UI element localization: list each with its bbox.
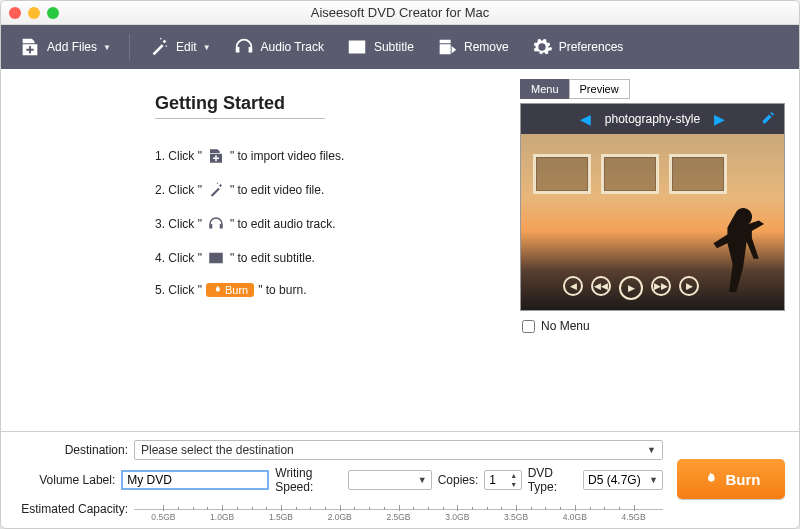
volume-label-label: Volume Label: — [15, 473, 115, 487]
template-nav: ◀ photography-style ▶ — [521, 104, 784, 134]
step-down-icon[interactable]: ▼ — [508, 480, 520, 489]
template-name: photography-style — [605, 112, 700, 126]
rewind-icon[interactable]: ◀◀ — [591, 276, 611, 296]
capacity-tick — [281, 505, 282, 511]
capacity-tick — [399, 505, 400, 511]
capacity-tick-label: 2.5GB — [386, 512, 410, 522]
step-2: 2. Click " " to edit video file. — [155, 181, 510, 199]
add-files-icon — [19, 36, 41, 58]
step-text: 2. Click " — [155, 183, 202, 197]
remove-button[interactable]: Remove — [428, 32, 517, 62]
frame — [669, 154, 727, 194]
thumbnail-frames — [533, 154, 727, 194]
capacity-bar: 0.5GB1.0GB1.5GB2.0GB2.5GB3.0GB3.5GB4.0GB… — [134, 500, 663, 518]
step-text: " to burn. — [258, 283, 306, 297]
step-text: " to edit audio track. — [230, 217, 336, 231]
step-4: 4. Click " " to edit subtitle. — [155, 249, 510, 267]
chevron-down-icon: ▼ — [203, 43, 211, 52]
step-text: 3. Click " — [155, 217, 202, 231]
copies-label: Copies: — [438, 473, 479, 487]
burn-button-label: Burn — [726, 471, 761, 488]
preview-tabs: Menu Preview — [520, 79, 785, 99]
audio-track-button[interactable]: Audio Track — [225, 32, 332, 62]
step-text: 1. Click " — [155, 149, 202, 163]
capacity-tick-label: 1.0GB — [210, 512, 234, 522]
add-files-label: Add Files — [47, 40, 97, 54]
step-text: 4. Click " — [155, 251, 202, 265]
titlebar: Aiseesoft DVD Creator for Mac — [1, 1, 799, 25]
forward-icon[interactable]: ▶▶ — [651, 276, 671, 296]
steps-list: 1. Click " " to import video files. 2. C… — [155, 147, 510, 297]
step-5: 5. Click " Burn " to burn. — [155, 283, 510, 297]
copies-stepper[interactable]: 1 ▲ ▼ — [484, 470, 521, 490]
capacity-tick-label: 0.5GB — [151, 512, 175, 522]
chevron-down-icon: ▼ — [649, 475, 658, 485]
step-text: 5. Click " — [155, 283, 202, 297]
capacity-tick — [516, 505, 517, 511]
getting-started-heading: Getting Started — [155, 93, 325, 119]
burn-button[interactable]: Burn — [677, 459, 785, 499]
capacity-tick-label: 3.0GB — [445, 512, 469, 522]
main-area: Getting Started 1. Click " " to import v… — [1, 69, 799, 431]
dvd-type-value: D5 (4.7G) — [588, 473, 641, 487]
capacity-tick-label: 1.5GB — [269, 512, 293, 522]
preview-box: ◀ photography-style ▶ — [520, 103, 785, 311]
remove-icon — [436, 36, 458, 58]
step-up-icon[interactable]: ▲ — [508, 471, 520, 480]
no-menu-row[interactable]: No Menu — [520, 311, 785, 333]
dvd-type-label: DVD Type: — [528, 466, 577, 494]
dvd-type-select[interactable]: D5 (4.7G) ▼ — [583, 470, 663, 490]
prev-template-icon[interactable]: ◀ — [580, 111, 591, 127]
frame — [601, 154, 659, 194]
capacity-tick-label: 4.5GB — [622, 512, 646, 522]
capacity-tick-label: 3.5GB — [504, 512, 528, 522]
skip-forward-icon[interactable]: ▶ — [679, 276, 699, 296]
edit-button[interactable]: Edit ▼ — [140, 32, 219, 62]
headphones-icon — [233, 36, 255, 58]
copies-value: 1 — [489, 473, 496, 487]
app-window: Aiseesoft DVD Creator for Mac Add Files … — [0, 0, 800, 529]
step-1: 1. Click " " to import video files. — [155, 147, 510, 165]
subtitle-label: Subtitle — [374, 40, 414, 54]
add-files-icon — [206, 147, 226, 165]
chevron-down-icon: ▼ — [647, 445, 656, 455]
step-text: " to edit video file. — [230, 183, 324, 197]
burn-chip: Burn — [206, 283, 254, 297]
edit-template-icon[interactable] — [761, 110, 776, 128]
chevron-down-icon: ▼ — [418, 475, 427, 485]
play-icon[interactable]: ▶ — [619, 276, 643, 300]
destination-row: Destination: Please select the destinati… — [15, 440, 663, 460]
subtitle-button[interactable]: Subtitle — [338, 32, 422, 62]
capacity-tick — [634, 505, 635, 511]
remove-label: Remove — [464, 40, 509, 54]
capacity-tick — [457, 505, 458, 511]
skip-back-icon[interactable]: ◀ — [563, 276, 583, 296]
add-files-button[interactable]: Add Files ▼ — [11, 32, 119, 62]
estimated-capacity-label: Estimated Capacity: — [15, 502, 128, 516]
flame-icon — [212, 285, 222, 295]
menu-preview[interactable]: ◀ ◀◀ ▶ ▶▶ ▶ — [521, 134, 784, 310]
headphones-icon — [206, 215, 226, 233]
capacity-tick-label: 2.0GB — [328, 512, 352, 522]
destination-label: Destination: — [15, 443, 128, 457]
destination-value: Please select the destination — [141, 443, 294, 457]
tab-menu[interactable]: Menu — [520, 79, 570, 99]
no-menu-checkbox[interactable] — [522, 320, 535, 333]
no-menu-label: No Menu — [541, 319, 590, 333]
capacity-row: Estimated Capacity: 0.5GB1.0GB1.5GB2.0GB… — [15, 500, 663, 518]
chevron-down-icon: ▼ — [103, 43, 111, 52]
step-text: " to edit subtitle. — [230, 251, 315, 265]
volume-label-input[interactable] — [121, 470, 269, 490]
frame — [533, 154, 591, 194]
writing-speed-select[interactable]: ▼ — [348, 470, 431, 490]
preview-panel: Menu Preview ◀ photography-style ▶ — [520, 79, 785, 427]
preferences-button[interactable]: Preferences — [523, 32, 632, 62]
tab-preview[interactable]: Preview — [569, 79, 630, 99]
divider — [129, 34, 130, 60]
step-3: 3. Click " " to edit audio track. — [155, 215, 510, 233]
burn-chip-label: Burn — [225, 284, 248, 296]
audio-track-label: Audio Track — [261, 40, 324, 54]
next-template-icon[interactable]: ▶ — [714, 111, 725, 127]
destination-select[interactable]: Please select the destination ▼ — [134, 440, 663, 460]
step-text: " to import video files. — [230, 149, 344, 163]
